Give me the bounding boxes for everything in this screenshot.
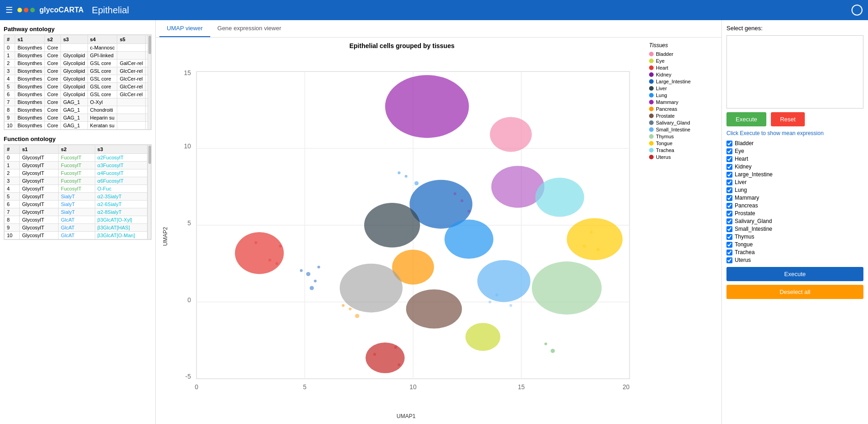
svg-point-45	[551, 349, 555, 353]
pathway-row[interactable]: 6 Biosynthes Core Glycolipid GSL core Gl…	[5, 91, 148, 98]
legend-item: Pancreas	[649, 106, 717, 112]
legend-dot	[649, 72, 654, 77]
pathway-row[interactable]: 2 Biosynthes Core Glycolipid GSL core Ga…	[5, 60, 148, 67]
po-cell-s3: GAG_1	[60, 114, 87, 122]
tissue-checkbox-liver[interactable]	[726, 179, 732, 185]
tissue-checkbox-item: Uterus	[726, 257, 863, 263]
fo-col-s2: s2	[59, 145, 95, 154]
po-cell-s1: Biosynthes	[15, 60, 45, 67]
fo-cell-s3: O-Fuc	[95, 185, 147, 193]
svg-point-26	[340, 264, 403, 313]
tissue-checkbox-heart[interactable]	[726, 156, 732, 162]
pathway-scrollbar[interactable]	[147, 35, 151, 130]
tissue-checkbox-tongue[interactable]	[726, 242, 732, 248]
legend-label: Tongue	[656, 141, 672, 146]
deselect-all-button[interactable]: Deselect all	[726, 285, 863, 299]
tissue-checkbox-label: Mammary	[735, 195, 759, 201]
function-row[interactable]: 2 GlycosylT FucosylT α4FucosylT	[5, 169, 147, 177]
pathway-row[interactable]: 8 Biosynthes Core GAG_1 Chondroiti	[5, 106, 148, 114]
po-col-s5: s5	[117, 35, 146, 44]
function-row[interactable]: 3 GlycosylT FucosylT α6FucosylT	[5, 177, 147, 185]
pathway-row[interactable]: 0 Biosynthes Core c-Mannosc	[5, 44, 148, 52]
tissue-checkbox-salivary_gland[interactable]	[726, 218, 732, 224]
svg-point-52	[453, 192, 456, 195]
tissue-checkbox-lung[interactable]	[726, 187, 732, 193]
legend-label: Large_Intestine	[656, 79, 691, 84]
tissue-checkbox-item: Lung	[726, 187, 863, 193]
svg-point-46	[279, 245, 282, 247]
function-row[interactable]: 0 GlycosylT FucosylT α2FucosylT	[5, 154, 147, 162]
svg-point-22	[444, 220, 493, 259]
legend-item: Large_Intestine	[649, 79, 717, 84]
function-row[interactable]: 1 GlycosylT FucosylT α3FucosylT	[5, 162, 147, 169]
svg-point-41	[349, 308, 351, 310]
po-cell-s2: Core	[45, 83, 61, 91]
function-scrollbar-thumb[interactable]	[148, 146, 151, 164]
function-scrollbar[interactable]	[147, 145, 151, 239]
po-cell-num: 8	[5, 106, 15, 114]
function-row[interactable]: 9 GlycosylT GlcAT β3GlcAT[HAS]	[5, 224, 147, 232]
chart-wrapper: Epithelial cells grouped by tissues UMAP…	[160, 42, 644, 419]
po-cell-s4: Heparin su	[87, 114, 117, 122]
tissue-checkbox-bladder[interactable]	[726, 141, 732, 147]
tissue-checkbox-trachea[interactable]	[726, 250, 732, 255]
po-cell-s3: Glycolipid	[60, 52, 87, 60]
chart-legend: Tissues Bladder Eye Heart Kidney Large_I…	[644, 42, 717, 419]
tissue-checkbox-small_intestine[interactable]	[726, 226, 732, 232]
execute-tissues-button[interactable]: Execute	[726, 267, 863, 281]
function-row[interactable]: 7 GlycosylT SialyT α2-8SialyT	[5, 208, 147, 216]
logo-dot-yellow	[17, 8, 22, 12]
legend-label: Salivary_Gland	[656, 120, 690, 125]
legend-label: Prostate	[656, 113, 675, 119]
function-row[interactable]: 8 GlycosylT GlcAT β3GlcAT[O-Xyl]	[5, 216, 147, 224]
legend-dot	[649, 107, 654, 111]
tissue-checkbox-item: Bladder	[726, 140, 863, 147]
po-cell-s1: Biosynthes	[15, 52, 45, 60]
tissue-checkbox-kidney[interactable]	[726, 164, 732, 170]
header: ☰ glycoCARTA Epithelial	[0, 0, 868, 20]
svg-point-56	[583, 245, 585, 247]
svg-text:5: 5	[303, 384, 307, 391]
pathway-row[interactable]: 5 Biosynthes Core Glycolipid GSL core Gl…	[5, 83, 148, 91]
tissue-checkbox-large_intestine[interactable]	[726, 172, 732, 178]
tissue-checkbox-pancreas[interactable]	[726, 203, 732, 209]
pathway-row[interactable]: 10 Biosynthes Core GAG_1 Keratan su	[5, 122, 148, 130]
tissue-checkbox-thymus[interactable]	[726, 234, 732, 240]
pathway-ontology-scroll[interactable]: # s1 s2 s3 s4 s5 s6 0 Biosynthes	[4, 35, 147, 130]
legend-label: Uterus	[656, 154, 671, 160]
y-axis-label: UMAP2	[160, 53, 169, 419]
legend-dot	[649, 93, 654, 98]
fo-cell-num: 2	[5, 169, 20, 177]
menu-icon[interactable]: ☰	[5, 5, 13, 15]
tab-umap-viewer[interactable]: UMAP viewer	[159, 20, 210, 37]
pathway-row[interactable]: 4 Biosynthes Core Glycolipid GSL core Gl…	[5, 75, 148, 83]
execute-button[interactable]: Execute	[726, 112, 766, 126]
tissue-checkbox-list: Bladder Eye Heart Kidney Large_Intestine…	[726, 140, 863, 263]
pathway-row[interactable]: 7 Biosynthes Core GAG_1 O-Xyl	[5, 98, 148, 106]
tissue-checkbox-prostate[interactable]	[726, 211, 732, 217]
function-row[interactable]: 4 GlycosylT FucosylT O-Fuc	[5, 185, 147, 193]
tissue-checkbox-uterus[interactable]	[726, 257, 732, 263]
pathway-scrollbar-thumb[interactable]	[148, 36, 151, 54]
fo-cell-s3: α2FucosylT	[95, 154, 147, 162]
function-row[interactable]: 5 GlycosylT SialyT α2-3SialyT	[5, 193, 147, 201]
function-row[interactable]: 6 GlycosylT SialyT α2-6SialyT	[5, 201, 147, 208]
tab-gene-expression-viewer[interactable]: Gene expression viewer	[210, 20, 289, 37]
po-cell-s3: GAG_1	[60, 122, 87, 130]
pathway-row[interactable]: 1 Biosynthes Core Glycolipid GPI-linked	[5, 52, 148, 60]
svg-text:20: 20	[622, 384, 630, 391]
circle-button[interactable]	[852, 5, 863, 16]
genes-textarea[interactable]	[726, 35, 863, 109]
po-cell-s3: GAG_1	[60, 98, 87, 106]
svg-point-37	[317, 266, 320, 268]
pathway-row[interactable]: 3 Biosynthes Core Glycolipid GSL core Gl…	[5, 67, 148, 75]
reset-button[interactable]: Reset	[771, 112, 805, 126]
tissue-checkbox-mammary[interactable]	[726, 195, 732, 201]
tissue-checkbox-eye[interactable]	[726, 148, 732, 154]
function-row[interactable]: 10 GlycosylT GlcAT β3GlcAT[O-Man]	[5, 232, 147, 239]
svg-point-44	[544, 342, 547, 345]
legend-dot	[649, 148, 654, 152]
legend-dot	[649, 141, 654, 146]
function-ontology-scroll[interactable]: # s1 s2 s3 0 GlycosylT FucosylT α2Fucosy…	[4, 145, 147, 239]
pathway-row[interactable]: 9 Biosynthes Core GAG_1 Heparin su	[5, 114, 148, 122]
